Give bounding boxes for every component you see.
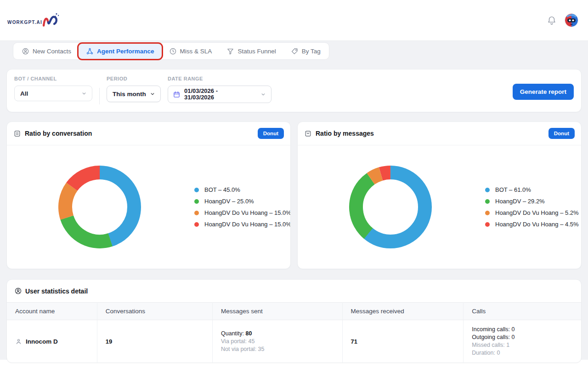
not-via-portal-line: Not via portal: 35 bbox=[221, 345, 334, 353]
tab-by-tag[interactable]: By Tag bbox=[283, 44, 328, 59]
legend-label: HoangDV Do Vu Hoang – 15.0% bbox=[204, 209, 291, 216]
bell-icon[interactable] bbox=[547, 15, 557, 25]
filters-bar: BOT / CHANNEL All PERIOD This month DATE… bbox=[6, 69, 582, 112]
account-name-cell: Innocom D bbox=[7, 320, 97, 363]
legend-label: HoangDV Do Vu Hoang – 15.0% bbox=[204, 221, 291, 228]
person-icon bbox=[15, 338, 22, 345]
tab-label: Agent Performance bbox=[97, 48, 154, 55]
legend-label: BOT – 61.0% bbox=[495, 186, 531, 193]
user-circle-icon bbox=[14, 287, 22, 295]
chevron-down-icon bbox=[81, 90, 87, 97]
clock-icon bbox=[169, 47, 177, 55]
conversations-cell: 19 bbox=[97, 320, 212, 363]
account-name: Innocom D bbox=[26, 338, 58, 345]
legend-dot bbox=[194, 211, 199, 215]
incoming-calls-line: Incoming calls: 0 bbox=[472, 326, 573, 334]
column-messages-received: Messages received bbox=[342, 303, 464, 320]
legend-item: BOT – 61.0% bbox=[485, 186, 579, 193]
column-conversations: Conversations bbox=[97, 303, 212, 320]
legend-label: HoangDV – 25.0% bbox=[204, 198, 254, 205]
messages-received-value: 71 bbox=[351, 338, 357, 345]
column-account-name: Account name bbox=[7, 303, 97, 320]
charts-row: Ratio by conversation Donut BOT – 45.0%H… bbox=[6, 121, 582, 269]
legend-dot bbox=[485, 211, 490, 215]
missed-calls-line: Missed calls: 1 bbox=[472, 341, 573, 349]
period-label: PERIOD bbox=[107, 76, 161, 81]
bot-channel-value: All bbox=[20, 90, 28, 97]
tab-agent-performance[interactable]: Agent Performance bbox=[79, 44, 162, 59]
legend-item: HoangDV Do Vu Hoang – 15.0% bbox=[194, 221, 291, 228]
chevron-down-icon bbox=[260, 91, 266, 98]
legend-dot bbox=[194, 199, 199, 204]
messages-received-cell: 71 bbox=[342, 320, 464, 363]
chart-title: Ratio by conversation bbox=[13, 130, 92, 138]
ratio-by-messages-card: Ratio by messages Donut BOT – 61.0%Hoang… bbox=[297, 121, 582, 269]
donut-chart-svg bbox=[58, 166, 141, 248]
chart-card-header: Ratio by conversation Donut bbox=[7, 122, 290, 145]
legend-item: HoangDV Do Vu Hoang – 4.5% bbox=[485, 221, 579, 228]
donut-chart bbox=[58, 166, 141, 248]
tab-status-funnel[interactable]: Status Funnel bbox=[219, 44, 283, 59]
tab-label: By Tag bbox=[302, 48, 321, 55]
donut-toggle-button[interactable]: Donut bbox=[258, 128, 284, 139]
ratio-by-conversation-card: Ratio by conversation Donut BOT – 45.0%H… bbox=[6, 121, 291, 269]
note-icon bbox=[13, 130, 21, 138]
date-range-value: 01/03/2026 - 31/03/2026 bbox=[184, 88, 260, 101]
bot-channel-filter: BOT / CHANNEL All bbox=[14, 76, 92, 101]
legend-item: HoangDV Do Vu Hoang – 15.0% bbox=[194, 209, 291, 216]
funnel-icon bbox=[226, 47, 234, 55]
chart-legend: BOT – 45.0%HoangDV – 25.0%HoangDV Do Vu … bbox=[194, 186, 291, 228]
legend-dot bbox=[485, 199, 490, 204]
chart-title-text: Ratio by conversation bbox=[25, 130, 92, 137]
user-statistics-card: User statistics detail Account name Conv… bbox=[6, 279, 582, 363]
chart-body: BOT – 61.0%HoangDV – 29.2%HoangDV Do Vu … bbox=[298, 145, 581, 269]
donut-toggle-button[interactable]: Donut bbox=[548, 128, 575, 139]
donut-chart bbox=[349, 166, 432, 248]
legend-dot bbox=[485, 222, 490, 227]
tab-new-contacts[interactable]: New Contacts bbox=[14, 44, 79, 59]
tag-icon bbox=[291, 47, 299, 55]
date-range-line1: 01/03/2026 - bbox=[184, 88, 260, 94]
topbar: WORKGPT.AI bbox=[0, 0, 588, 40]
legend-item: HoangDV – 29.2% bbox=[485, 198, 579, 205]
via-portal-line: Via portal: 45 bbox=[221, 338, 334, 345]
main-content: New Contacts Agent Performance Miss & SL… bbox=[0, 40, 588, 360]
chevron-down-icon bbox=[149, 91, 156, 97]
period-select[interactable]: This month bbox=[107, 86, 161, 102]
tab-miss-sla[interactable]: Miss & SLA bbox=[162, 44, 220, 59]
legend-label: HoangDV Do Vu Hoang – 4.5% bbox=[495, 221, 579, 228]
messages-sent-cell: Quantity: 80 Via portal: 45 Not via port… bbox=[213, 320, 343, 363]
calls-cell: Incoming calls: 0 Outgoing calls: 0 Miss… bbox=[464, 320, 581, 363]
table-header-row: Account name Conversations Messages sent… bbox=[7, 303, 581, 320]
period-filter: PERIOD This month bbox=[107, 76, 161, 102]
legend-label: HoangDV Do Vu Hoang – 5.2% bbox=[495, 209, 579, 216]
org-network-icon bbox=[86, 47, 94, 55]
date-range-picker[interactable]: 01/03/2026 - 31/03/2026 bbox=[168, 86, 271, 103]
conversations-value: 19 bbox=[106, 338, 112, 345]
report-tabs: New Contacts Agent Performance Miss & SL… bbox=[13, 42, 329, 60]
date-range-line2: 31/03/2026 bbox=[184, 94, 260, 101]
legend-item: HoangDV Do Vu Hoang – 5.2% bbox=[485, 209, 579, 216]
message-icon bbox=[304, 130, 312, 138]
period-value: This month bbox=[113, 91, 146, 98]
robot-avatar[interactable] bbox=[565, 14, 578, 27]
workgpt-logo[interactable]: WORKGPT.AI bbox=[7, 11, 62, 29]
legend-item: HoangDV – 25.0% bbox=[194, 198, 291, 205]
tab-label: Miss & SLA bbox=[180, 48, 212, 55]
column-messages-sent: Messages sent bbox=[213, 303, 343, 320]
bot-channel-select[interactable]: All bbox=[14, 86, 92, 101]
legend-item: BOT – 45.0% bbox=[194, 186, 291, 193]
chart-title: Ratio by messages bbox=[304, 130, 374, 138]
chart-title-text: Ratio by messages bbox=[316, 130, 374, 137]
table-row[interactable]: Innocom D 19 Quantity: 80 Via portal: 45… bbox=[7, 320, 581, 363]
legend-dot bbox=[485, 188, 490, 192]
logo-swoosh-icon bbox=[40, 11, 62, 29]
date-range-label: DATE RANGE bbox=[168, 76, 271, 81]
topbar-actions bbox=[547, 14, 578, 27]
legend-dot bbox=[194, 222, 199, 227]
quantity-line: Quantity: 80 bbox=[221, 330, 334, 338]
chart-legend: BOT – 61.0%HoangDV – 29.2%HoangDV Do Vu … bbox=[485, 186, 579, 228]
logo-text: WORKGPT.AI bbox=[7, 20, 42, 29]
generate-report-button[interactable]: Generate report bbox=[513, 84, 574, 100]
calendar-icon bbox=[173, 91, 181, 98]
